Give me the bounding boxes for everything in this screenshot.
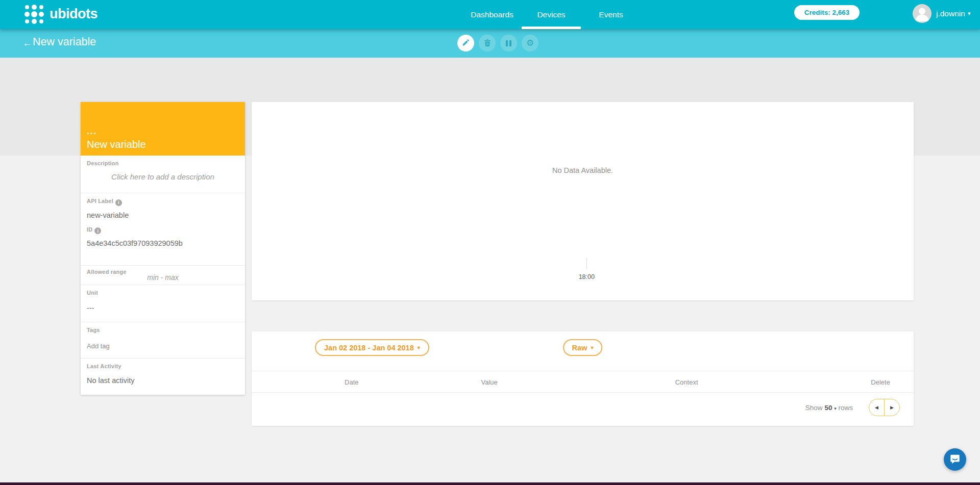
date-range-dropdown[interactable]: Jan 02 2018 - Jan 04 2018 ▾ bbox=[315, 339, 429, 356]
rows-count-dropdown[interactable]: 50 bbox=[824, 404, 832, 412]
show-label: Show bbox=[805, 404, 823, 412]
edit-button[interactable] bbox=[457, 35, 474, 52]
id-label-text: ID bbox=[87, 226, 92, 233]
ubidots-dots-icon bbox=[23, 4, 44, 24]
variable-name[interactable]: New variable bbox=[87, 139, 239, 150]
api-label-value[interactable]: new-variable bbox=[87, 211, 239, 219]
trash-icon bbox=[484, 39, 491, 48]
next-page-button[interactable]: ▶ bbox=[885, 399, 899, 416]
last-activity-value: No last activity bbox=[87, 376, 239, 385]
pause-data-button[interactable] bbox=[500, 35, 517, 52]
x-axis-tick bbox=[586, 258, 587, 269]
arrow-left-icon: ◀ bbox=[875, 405, 878, 410]
unit-value[interactable]: --- bbox=[87, 304, 239, 312]
tags-label: Tags bbox=[87, 327, 239, 333]
api-id-section: API Labeli new-variable IDi 5a4e34c5c03f… bbox=[81, 193, 245, 265]
rows-per-page-control: Show 50 ▾ rows bbox=[805, 404, 853, 412]
chat-bubble-icon bbox=[949, 453, 961, 466]
info-icon[interactable]: i bbox=[115, 199, 122, 206]
pagination-control: ◀ ▶ bbox=[869, 399, 900, 416]
x-axis-tick-label: 18:00 bbox=[579, 273, 595, 280]
variable-detail-card: ... New variable Description Click here … bbox=[81, 102, 245, 395]
arrow-right-icon: ▶ bbox=[890, 405, 894, 410]
credits-badge[interactable]: Credits: 2,663 bbox=[794, 5, 860, 20]
variable-values-panel: Jan 02 2018 - Jan 04 2018 ▾ Raw ▾ Date V… bbox=[252, 331, 914, 426]
pause-icon bbox=[506, 40, 511, 46]
variable-chart-panel: No Data Available. 18:00 bbox=[252, 102, 914, 300]
previous-page-button[interactable]: ◀ bbox=[869, 399, 885, 416]
ubidots-logo-text: ubidots bbox=[50, 6, 97, 22]
id-label: IDi bbox=[87, 226, 239, 235]
aggregation-label: Raw bbox=[572, 344, 587, 352]
card-options-icon[interactable]: ... bbox=[87, 129, 239, 134]
description-section: Description Click here to add a descript… bbox=[81, 156, 245, 193]
aggregation-dropdown[interactable]: Raw ▾ bbox=[563, 339, 603, 356]
pencil-icon bbox=[462, 39, 470, 48]
ubidots-logo[interactable]: ubidots bbox=[23, 4, 97, 24]
last-activity-section: Last Activity No last activity bbox=[81, 358, 245, 395]
table-toolbar: Jan 02 2018 - Jan 04 2018 ▾ Raw ▾ bbox=[252, 331, 914, 371]
nav-tab-events[interactable]: Events bbox=[599, 0, 623, 29]
description-label: Description bbox=[87, 160, 239, 166]
column-header-value[interactable]: Value bbox=[481, 378, 497, 386]
column-header-delete: Delete bbox=[871, 378, 890, 386]
api-label-label: API Labeli bbox=[87, 198, 239, 206]
chevron-down-icon: ▾ bbox=[418, 345, 420, 350]
variable-subheader: ← New variable bbox=[0, 29, 980, 58]
unit-label: Unit bbox=[87, 290, 239, 296]
settings-button[interactable]: ⚙ bbox=[522, 35, 538, 52]
variable-card-header: ... New variable bbox=[81, 102, 245, 156]
table-header-row: Date Value Context Delete bbox=[252, 371, 914, 393]
column-header-date[interactable]: Date bbox=[345, 378, 358, 386]
info-icon[interactable]: i bbox=[94, 227, 101, 234]
last-activity-label: Last Activity bbox=[87, 363, 239, 369]
nav-tab-devices[interactable]: Devices bbox=[537, 0, 565, 29]
gear-icon: ⚙ bbox=[526, 39, 534, 47]
rows-label: rows bbox=[838, 404, 853, 412]
allowed-range-section: Allowed range min - max bbox=[81, 265, 245, 285]
description-placeholder[interactable]: Click here to add a description bbox=[87, 172, 239, 181]
variable-id-value: 5a4e34c5c03f97093929059b bbox=[87, 239, 239, 247]
back-arrow-icon[interactable]: ← bbox=[22, 37, 32, 49]
chevron-down-icon: ▾ bbox=[834, 406, 837, 411]
page-root: ubidots Dashboards Devices Events Credit… bbox=[0, 0, 980, 485]
nav-tab-dashboards[interactable]: Dashboards bbox=[471, 0, 513, 29]
chevron-down-icon: ▾ bbox=[968, 10, 971, 17]
user-avatar bbox=[913, 4, 932, 23]
top-navbar: ubidots Dashboards Devices Events Credit… bbox=[0, 0, 980, 29]
delete-variable-button[interactable] bbox=[479, 35, 496, 52]
no-data-message: No Data Available. bbox=[252, 166, 914, 174]
date-range-label: Jan 02 2018 - Jan 04 2018 bbox=[324, 344, 414, 352]
tags-section: Tags Add tag bbox=[81, 322, 245, 358]
unit-section: Unit --- bbox=[81, 285, 245, 322]
page-title: New variable bbox=[33, 36, 96, 48]
bottom-edge-bar bbox=[0, 482, 980, 485]
chevron-down-icon: ▾ bbox=[591, 345, 593, 350]
active-tab-underline bbox=[522, 27, 581, 29]
user-menu[interactable]: j.downin ▾ bbox=[913, 4, 970, 23]
table-footer: Show 50 ▾ rows ◀ ▶ bbox=[252, 393, 914, 425]
variable-action-buttons: ⚙ bbox=[457, 35, 538, 52]
add-tag-field[interactable]: Add tag bbox=[87, 342, 239, 350]
chat-launcher-button[interactable] bbox=[944, 448, 966, 471]
column-header-context[interactable]: Context bbox=[675, 378, 698, 386]
username-label: j.downin bbox=[936, 9, 965, 18]
api-label-text: API Label bbox=[87, 198, 113, 204]
